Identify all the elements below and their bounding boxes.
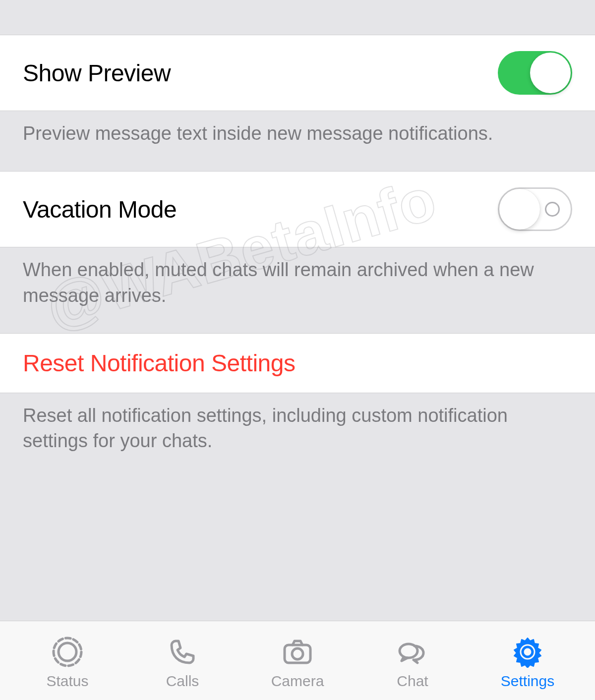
status-icon bbox=[50, 634, 85, 670]
section-spacer bbox=[0, 0, 595, 35]
tab-label: Camera bbox=[271, 673, 324, 690]
tab-label: Status bbox=[46, 673, 88, 690]
reset-notification-row[interactable]: Reset Notification Settings bbox=[0, 333, 595, 393]
tab-camera[interactable]: Camera bbox=[240, 634, 355, 690]
vacation-mode-toggle[interactable] bbox=[498, 187, 572, 231]
svg-point-3 bbox=[292, 648, 303, 659]
show-preview-label: Show Preview bbox=[23, 59, 171, 87]
tab-bar: Status Calls Camera Chat bbox=[0, 621, 595, 700]
reset-notification-footer: Reset all notification settings, includi… bbox=[0, 393, 595, 479]
settings-list: Show Preview Preview message text inside… bbox=[0, 0, 595, 478]
camera-icon bbox=[280, 634, 315, 670]
svg-point-0 bbox=[59, 643, 76, 661]
vacation-mode-footer: When enabled, muted chats will remain ar… bbox=[0, 247, 595, 333]
tab-status[interactable]: Status bbox=[10, 634, 125, 690]
svg-point-6 bbox=[519, 643, 536, 661]
settings-icon bbox=[510, 634, 545, 670]
toggle-knob bbox=[530, 53, 571, 93]
chat-icon bbox=[395, 634, 430, 670]
vacation-mode-row[interactable]: Vacation Mode bbox=[0, 171, 595, 247]
tab-label: Settings bbox=[501, 673, 554, 690]
show-preview-footer: Preview message text inside new message … bbox=[0, 111, 595, 171]
tab-label: Calls bbox=[166, 673, 199, 690]
phone-icon bbox=[165, 634, 200, 670]
tab-settings[interactable]: Settings bbox=[470, 634, 585, 690]
tab-calls[interactable]: Calls bbox=[125, 634, 240, 690]
show-preview-toggle[interactable] bbox=[498, 51, 572, 95]
reset-notification-label: Reset Notification Settings bbox=[23, 350, 295, 377]
toggle-knob bbox=[499, 189, 540, 230]
show-preview-row[interactable]: Show Preview bbox=[0, 35, 595, 111]
vacation-mode-label: Vacation Mode bbox=[23, 196, 177, 223]
tab-chat[interactable]: Chat bbox=[355, 634, 470, 690]
svg-point-5 bbox=[523, 647, 533, 657]
tab-label: Chat bbox=[397, 673, 428, 690]
